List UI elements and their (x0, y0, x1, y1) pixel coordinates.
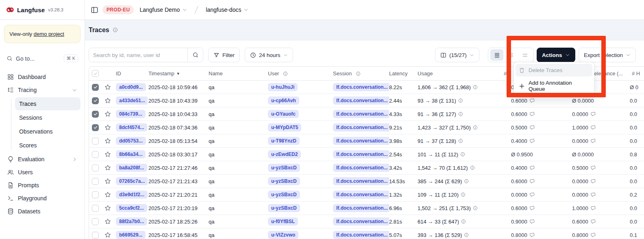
row-checkbox-checked[interactable] (92, 124, 99, 131)
table-row[interactable]: 88f2a7b0...2025-02-17 18:25:26qau-f0YfBS… (89, 215, 644, 228)
goto-search[interactable]: Go to... ⌘ K (4, 52, 80, 65)
column-header-count-fragment[interactable]: # H (632, 67, 640, 80)
row-checkbox[interactable] (92, 178, 99, 185)
session-badge[interactable]: lf.docs.conversation... (333, 231, 389, 239)
row-checkbox[interactable] (92, 205, 99, 212)
trace-id-badge[interactable]: a433de51... (116, 96, 148, 105)
filter-button[interactable]: Filter (208, 48, 240, 62)
user-badge[interactable]: u-OYauofc (268, 110, 299, 118)
trace-id-badge[interactable]: d3e9d1f2... (116, 191, 148, 199)
sidebar-item-playground[interactable]: Playground (4, 192, 80, 205)
column-header-name[interactable]: Name (209, 67, 223, 80)
search-submit-icon[interactable] (187, 48, 203, 62)
row-checkbox[interactable] (92, 151, 99, 158)
star-icon[interactable] (104, 205, 111, 211)
sidebar-item-evaluation[interactable]: Evaluation (4, 153, 80, 166)
demo-project-link[interactable]: demo project (34, 31, 64, 37)
menu-item-delete-traces[interactable]: Delete Traces (516, 64, 592, 77)
row-checkbox[interactable] (92, 191, 99, 198)
row-height-medium-button[interactable] (505, 49, 518, 61)
sidebar-item-sessions[interactable]: Sessions (15, 111, 80, 124)
session-badge[interactable]: lf.docs.conversation... (333, 164, 389, 172)
star-icon[interactable] (104, 151, 111, 158)
star-icon[interactable] (104, 218, 111, 225)
trace-id-badge[interactable]: 8b66a34... (116, 150, 146, 158)
time-range-button[interactable]: 24 hours (245, 48, 293, 62)
star-icon[interactable] (104, 84, 111, 90)
session-badge[interactable]: lf.docs.conversation... (333, 204, 389, 212)
row-height-small-button[interactable] (490, 49, 503, 61)
row-height-large-button[interactable] (518, 49, 531, 61)
row-checkbox[interactable] (92, 232, 99, 239)
trace-id-badge[interactable]: a0cd0d9... (116, 83, 146, 91)
sidebar-item-traces[interactable]: Traces (15, 97, 80, 110)
table-row[interactable]: ba8a208f...2025-02-17 21:27:46qau-yzSBxc… (89, 161, 644, 175)
search-input[interactable] (89, 48, 187, 62)
sidebar-toggle-icon[interactable] (91, 6, 98, 14)
sidebar-item-observations[interactable]: Observations (15, 125, 80, 138)
star-icon[interactable] (104, 124, 111, 131)
star-icon[interactable] (104, 232, 111, 238)
session-badge[interactable]: lf.docs.conversation... (333, 110, 389, 118)
user-badge[interactable]: u-yzSBxcD (268, 191, 300, 199)
table-row[interactable]: b669529...2025-02-17 16:58:45qau-VIZzvwo… (89, 228, 644, 239)
row-checkbox-checked[interactable] (92, 111, 99, 118)
user-badge[interactable]: u-VIZzvwo (268, 231, 298, 239)
trace-id-badge[interactable]: 07265c7a... (116, 177, 148, 185)
user-badge[interactable]: u-cp66Avh (268, 96, 299, 105)
sidebar-item-tracing[interactable]: Tracing (4, 83, 80, 96)
sidebar-item-datasets[interactable]: Datasets (4, 205, 80, 218)
select-all-checkbox[interactable] (92, 70, 99, 77)
row-checkbox[interactable] (92, 138, 99, 145)
star-icon[interactable] (104, 178, 111, 184)
session-badge[interactable]: lf.docs.conversation... (333, 137, 389, 145)
column-header-latency[interactable]: Latency (389, 67, 408, 80)
sidebar-item-prompts[interactable]: Prompts (4, 179, 80, 192)
column-header-relevance[interactable]: relevance (... (592, 67, 623, 80)
table-row[interactable]: 084c739...2025-02-18 10:04:33qau-OYauofc… (89, 107, 644, 121)
user-badge[interactable]: u-yzSBxcD (268, 164, 300, 172)
star-icon[interactable] (104, 191, 111, 198)
project-selector[interactable]: langfuse-docs (204, 5, 250, 15)
session-badge[interactable]: lf.docs.conversation... (333, 123, 389, 132)
column-header-usage[interactable]: Usage (418, 67, 433, 80)
table-row[interactable]: 5cca9cf2...2025-02-17 21:20:19qau-yzSBxc… (89, 202, 644, 215)
star-icon[interactable] (104, 111, 111, 117)
session-badge[interactable]: lf.docs.conversation... (333, 177, 389, 185)
star-icon[interactable] (104, 97, 111, 104)
trace-id-badge[interactable]: 5cca9cf2... (116, 204, 147, 212)
table-row[interactable]: 8dcf4574...2025-02-18 07:34:36qau-MYpDAT… (89, 121, 644, 134)
actions-button[interactable]: Actions (537, 48, 575, 62)
org-selector[interactable]: Langfuse Demo (138, 5, 189, 15)
sidebar-item-scores[interactable]: Scores (15, 139, 80, 152)
session-badge[interactable]: lf.docs.conversation... (333, 150, 389, 158)
user-badge[interactable]: u-zEwdED2 (268, 150, 301, 158)
session-badge[interactable]: lf.docs.conversation... (333, 191, 389, 199)
column-header-id[interactable]: ID (116, 67, 121, 80)
row-checkbox[interactable] (92, 218, 99, 225)
select-all-checkbox[interactable] (92, 67, 99, 80)
column-header-timestamp[interactable]: Timestamp▼ (148, 67, 180, 80)
session-badge[interactable]: lf.docs.conversation... (333, 217, 389, 226)
table-row[interactable]: 8b66a34...2025-02-18 03:30:17qau-zEwdED2… (89, 148, 644, 161)
user-badge[interactable]: u-T98YnzD (268, 137, 300, 145)
user-badge[interactable]: u-f0YfBSL (268, 217, 298, 226)
star-icon[interactable] (104, 138, 111, 144)
user-badge[interactable]: u-yzSBxcD (268, 177, 300, 185)
column-header-session[interactable]: Session (333, 67, 361, 80)
user-badge[interactable]: u-yzSBxcD (268, 204, 300, 212)
menu-item-add-to-annotation-queue[interactable]: Add to Annotation Queue (516, 77, 592, 95)
column-header-user[interactable]: User (268, 67, 288, 80)
session-badge[interactable]: lf.docs.conversation... (333, 83, 389, 91)
user-badge[interactable]: u-MYpDAT5 (268, 123, 301, 132)
table-row[interactable]: dd05753...2025-02-18 05:13:54qau-T98YnzD… (89, 134, 644, 148)
sidebar-item-dashboard[interactable]: Dashboard (4, 70, 80, 83)
trace-id-badge[interactable]: 88f2a7b0... (116, 217, 147, 226)
table-row[interactable]: 07265c7a...2025-02-17 21:21:43qau-yzSBxc… (89, 175, 644, 188)
row-checkbox-checked[interactable] (92, 97, 99, 104)
column-selector-button[interactable]: (15/27) (435, 48, 479, 62)
star-icon[interactable] (104, 164, 111, 171)
trace-id-badge[interactable]: ba8a208f... (116, 164, 147, 172)
trace-id-badge[interactable]: b669529... (116, 231, 146, 239)
row-checkbox[interactable] (92, 164, 99, 171)
